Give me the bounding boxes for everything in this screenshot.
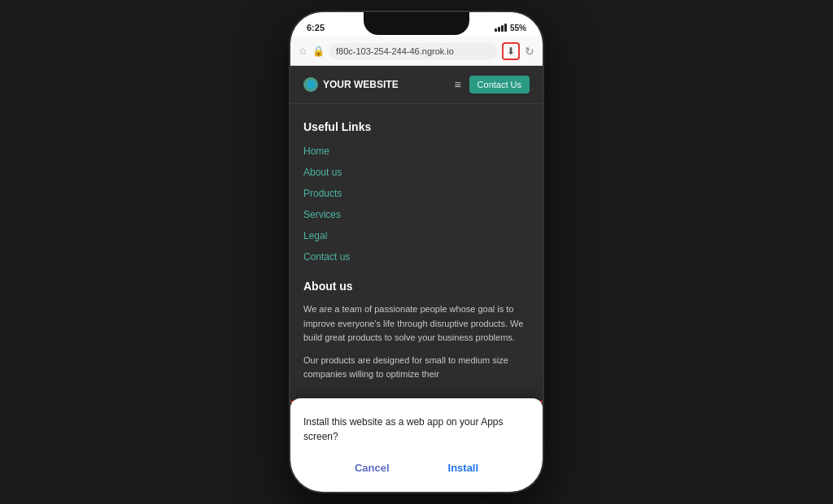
list-item: Products — [303, 185, 530, 200]
about-link[interactable]: About us — [303, 167, 342, 178]
list-item: Home — [303, 143, 530, 158]
website-content: 🌐 YOUR WEBSITE ≡ Contact Us Useful Links… — [290, 66, 543, 492]
url-input[interactable] — [329, 43, 497, 59]
download-button[interactable]: ⬇ — [502, 42, 520, 60]
cancel-button[interactable]: Cancel — [342, 457, 403, 479]
useful-links-title: Useful Links — [303, 120, 530, 133]
links-list: Home About us Products Services Legal Co… — [303, 143, 530, 263]
status-time: 6:25 — [307, 23, 325, 33]
list-item: Services — [303, 206, 530, 221]
logo-icon: 🌐 — [303, 77, 318, 92]
download-icon: ⬇ — [507, 46, 515, 57]
signal-icon — [495, 24, 507, 32]
status-right: 55% — [495, 24, 526, 33]
list-item: Legal — [303, 228, 530, 242]
legal-link[interactable]: Legal — [303, 230, 327, 241]
logo-text: YOUR WEBSITE — [323, 79, 399, 90]
install-dialog: Install this website as a web app on you… — [290, 398, 543, 492]
install-button[interactable]: Install — [435, 457, 492, 479]
contact-link[interactable]: Contact us — [303, 251, 350, 263]
about-text-2: Our products are designed for small to m… — [303, 354, 530, 382]
nav-logo: 🌐 YOUR WEBSITE — [303, 77, 399, 92]
contact-button[interactable]: Contact Us — [469, 76, 530, 93]
home-link[interactable]: Home — [303, 146, 329, 157]
lock-icon: 🔒 — [312, 46, 325, 57]
refresh-icon[interactable]: ↻ — [525, 45, 534, 58]
phone-device: 6:25 55% ☆ 🔒 ⬇ ↻ — [290, 12, 543, 492]
about-section: About us We are a team of passionate peo… — [303, 280, 530, 382]
services-link[interactable]: Services — [303, 209, 341, 220]
phone-notch — [364, 12, 469, 35]
list-item: About us — [303, 164, 530, 179]
about-title: About us — [303, 280, 530, 293]
address-bar: ☆ 🔒 ⬇ ↻ — [290, 37, 543, 66]
about-text-1: We are a team of passionate people whose… — [303, 302, 530, 345]
nav-bar: 🌐 YOUR WEBSITE ≡ Contact Us — [290, 66, 543, 104]
install-dialog-buttons: Cancel Install — [303, 457, 530, 479]
star-icon[interactable]: ☆ — [299, 46, 307, 57]
footer-content: Useful Links Home About us Products Serv… — [290, 104, 543, 406]
battery-text: 55% — [510, 24, 526, 33]
hamburger-icon[interactable]: ≡ — [454, 78, 460, 91]
list-item: Contact us — [303, 249, 530, 263]
products-link[interactable]: Products — [303, 188, 342, 199]
install-dialog-message: Install this website as a web app on you… — [303, 415, 530, 444]
phone-screen: 6:25 55% ☆ 🔒 ⬇ ↻ — [290, 12, 543, 492]
nav-right: ≡ Contact Us — [454, 76, 530, 93]
